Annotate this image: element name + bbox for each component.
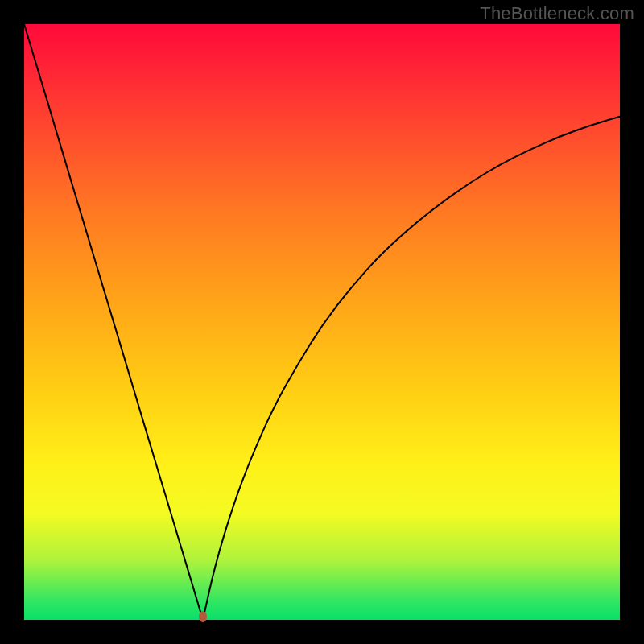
watermark-text: TheBottleneck.com: [480, 3, 634, 24]
curve-svg: [24, 24, 620, 620]
chart-container: TheBottleneck.com: [0, 0, 644, 644]
plot-area: [24, 24, 620, 620]
minimum-marker: [199, 611, 207, 622]
curve-left-branch: [24, 24, 203, 620]
curve-right-branch: [203, 117, 620, 620]
